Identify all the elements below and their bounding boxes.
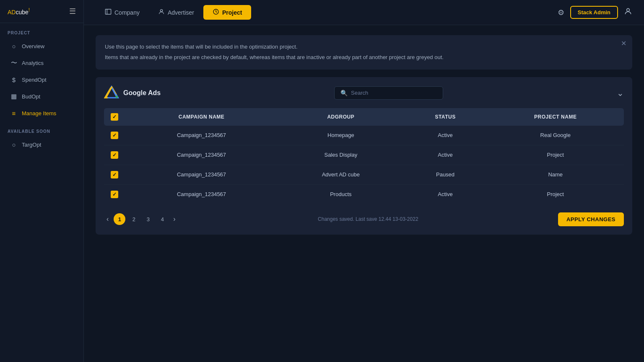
col-campaign-name: CAMPAIGN NAME [125, 108, 278, 126]
row-checkbox-2[interactable]: ✓ [104, 165, 125, 184]
pagination: ‹ 1 2 3 4 › [104, 213, 178, 225]
row-status-3: Active [404, 184, 487, 204]
page-number-4[interactable]: 4 [156, 213, 168, 225]
check-icon: ✓ [112, 152, 117, 158]
logo-sup: ! [29, 7, 30, 13]
row-status-2: Paused [404, 165, 487, 184]
table-row: ✓ Campaign_1234567 Sales Display Active … [104, 145, 624, 165]
advertiser-icon [158, 8, 165, 16]
row-campaign-name-1: Campaign_1234567 [125, 145, 278, 165]
col-adgroup: ADGROUP [278, 108, 404, 126]
row-checkbox[interactable]: ✓ [111, 151, 118, 159]
row-checkbox[interactable]: ✓ [111, 191, 118, 198]
google-ads-logo: Google Ads [104, 85, 161, 101]
sidebar-item-budopt[interactable]: ▦ BudOpt [3, 88, 81, 104]
row-checkbox-3[interactable]: ✓ [104, 184, 125, 204]
tab-company[interactable]: Company [96, 5, 149, 20]
check-icon: ✓ [112, 172, 117, 178]
row-adgroup-1: Sales Display [278, 145, 404, 165]
svg-point-4 [627, 8, 630, 11]
project-icon [213, 8, 219, 16]
row-status-0: Active [404, 126, 487, 145]
sidebar-item-targopt[interactable]: ○ TargOpt [3, 137, 81, 153]
select-all-checkbox[interactable]: ✓ [111, 113, 118, 121]
row-checkbox[interactable]: ✓ [111, 171, 118, 178]
row-campaign-name-0: Campaign_1234567 [125, 126, 278, 145]
sidebar-item-label: SpendOpt [22, 77, 47, 83]
check-icon: ✓ [112, 132, 117, 138]
stack-admin-button[interactable]: Stack Admin [570, 6, 618, 19]
sidebar-item-manage-items[interactable]: ≡ Manage Items [3, 105, 81, 121]
check-icon: ✓ [112, 114, 117, 120]
available-soon-label: AVAILABLE SOON [0, 122, 83, 136]
row-project-name-1: Project [487, 145, 624, 165]
sidebar-item-label: Manage Items [22, 110, 56, 116]
row-adgroup-2: Advert AD cube [278, 165, 404, 184]
svg-point-7 [116, 96, 118, 98]
row-checkbox-1[interactable]: ✓ [104, 145, 125, 165]
info-box-close-button[interactable]: ✕ [621, 39, 626, 47]
row-campaign-name-3: Campaign_1234567 [125, 184, 278, 204]
manage-items-icon: ≡ [10, 109, 18, 117]
tab-company-label: Company [114, 9, 140, 16]
sidebar-item-overview[interactable]: ○ Overview [3, 38, 81, 54]
logo: ADcube! [8, 7, 30, 16]
main-area: Company Advertiser Project ⚙ Stack Admin [84, 0, 644, 362]
info-box: ✕ Use this page to select the items that… [96, 35, 632, 70]
logo-cube: cube [16, 9, 28, 16]
sidebar-item-label: TargOpt [22, 142, 41, 148]
pagination-next-button[interactable]: › [171, 214, 178, 225]
google-ads-logo-icon [104, 85, 119, 101]
page-number-3[interactable]: 3 [142, 213, 154, 225]
col-project-name: PROJECT NAME [487, 108, 624, 126]
table-card: Google Ads 🔍 ⌄ ✓ [96, 77, 632, 235]
row-checkbox-0[interactable]: ✓ [104, 126, 125, 145]
row-project-name-3: Project [487, 184, 624, 204]
table-header: ✓ CAMPAIGN NAME ADGROUP STATUS PROJECT N… [104, 108, 624, 126]
sidebar: ADcube! ☰ PROJECT ○ Overview 〜 Analytics… [0, 0, 84, 362]
search-input[interactable] [351, 90, 437, 96]
topnav-right: ⚙ Stack Admin [558, 6, 632, 19]
sidebar-item-label: BudOpt [22, 93, 40, 100]
search-box: 🔍 [334, 86, 443, 100]
row-adgroup-0: Homepage [278, 126, 404, 145]
row-adgroup-3: Products [278, 184, 404, 204]
tab-advertiser-label: Advertiser [168, 9, 194, 16]
company-icon [105, 8, 112, 16]
table-row: ✓ Campaign_1234567 Products Active Proje… [104, 184, 624, 204]
row-checkbox[interactable]: ✓ [111, 132, 118, 139]
row-project-name-2: Name [487, 165, 624, 184]
google-ads-logo-text: Google Ads [123, 89, 161, 97]
sidebar-item-spendopt[interactable]: $ SpendOpt [3, 72, 81, 88]
row-status-1: Active [404, 145, 487, 165]
table-row: ✓ Campaign_1234567 Advert AD cube Paused… [104, 165, 624, 184]
budopt-icon: ▦ [10, 93, 18, 100]
tab-project-label: Project [222, 9, 242, 16]
apply-changes-button[interactable]: APPLY CHANGES [558, 212, 624, 226]
save-status: Changes saved. Last save 12.44 13-03-202… [318, 216, 418, 222]
table-header-row: Google Ads 🔍 ⌄ [104, 85, 624, 101]
col-status: STATUS [404, 108, 487, 126]
overview-icon: ○ [10, 42, 18, 50]
data-table: ✓ CAMPAIGN NAME ADGROUP STATUS PROJECT N… [104, 108, 624, 204]
info-line-2: Items that are already in the project ar… [105, 53, 623, 62]
settings-button[interactable]: ⚙ [558, 8, 564, 17]
page-number-2[interactable]: 2 [128, 213, 140, 225]
sidebar-item-analytics[interactable]: 〜 Analytics [3, 55, 81, 71]
settings-icon: ⚙ [558, 8, 564, 17]
tab-project[interactable]: Project [203, 5, 251, 20]
user-profile-button[interactable] [624, 7, 632, 18]
sidebar-item-label: Overview [22, 43, 44, 49]
hamburger-menu-icon[interactable]: ☰ [69, 7, 76, 16]
user-icon [624, 7, 632, 18]
svg-point-2 [160, 10, 162, 12]
chevron-down-icon[interactable]: ⌄ [617, 88, 624, 98]
page-content: ✕ Use this page to select the items that… [84, 25, 644, 362]
pagination-prev-button[interactable]: ‹ [104, 214, 111, 225]
check-icon: ✓ [112, 191, 117, 197]
project-section-label: PROJECT [0, 23, 83, 38]
table-footer: ‹ 1 2 3 4 › Changes saved. Last save 12.… [104, 212, 624, 226]
page-number-1[interactable]: 1 [114, 213, 125, 225]
sidebar-logo: ADcube! ☰ [0, 0, 83, 23]
tab-advertiser[interactable]: Advertiser [149, 5, 203, 20]
